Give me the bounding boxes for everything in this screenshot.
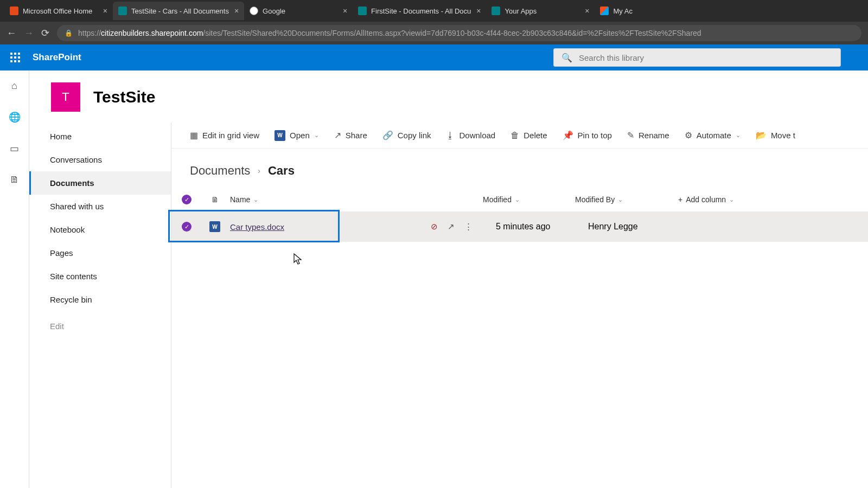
- global-nav-rail: ⌂ 🌐 ▭ 🗎: [0, 70, 29, 488]
- blocked-icon[interactable]: ⊘: [431, 222, 438, 232]
- site-nav: Home Conversations Documents Shared with…: [29, 123, 171, 488]
- add-column-header[interactable]: +Add column⌄: [678, 195, 868, 204]
- rename-icon: ✎: [627, 130, 634, 140]
- row-actions: ⊘ ↗ ⋮: [431, 222, 496, 232]
- close-icon[interactable]: ×: [103, 7, 107, 15]
- nav-item-site-contents[interactable]: Site contents: [29, 265, 171, 288]
- row-select-cell[interactable]: ✓: [171, 222, 202, 232]
- back-button[interactable]: ←: [7, 28, 16, 39]
- cmd-label: Move t: [771, 131, 795, 140]
- tab-label: Your Apps: [505, 7, 579, 15]
- table-row[interactable]: ✓ W Car types.docx ⊘ ↗ ⋮ 5 minutes ago H…: [171, 211, 868, 242]
- nav-item-documents[interactable]: Documents: [29, 171, 171, 195]
- nav-item-home[interactable]: Home: [29, 125, 171, 148]
- share-icon: ↗: [334, 130, 341, 140]
- browser-tab-overflow[interactable]: My Ac: [595, 7, 637, 15]
- check-circle-icon: ✓: [182, 222, 192, 232]
- modified-header[interactable]: Modified⌄: [483, 195, 575, 204]
- chevron-down-icon: ⌄: [314, 132, 319, 139]
- breadcrumb-root[interactable]: Documents: [190, 164, 250, 178]
- more-actions-icon[interactable]: ⋮: [464, 222, 473, 232]
- url-path: /sites/TestSite/Shared%20Documents/Forms…: [203, 29, 701, 37]
- modified-by-cell[interactable]: Henry Legge: [588, 222, 691, 232]
- nav-item-recycle-bin[interactable]: Recycle bin: [29, 288, 171, 311]
- app-name[interactable]: SharePoint: [33, 52, 81, 63]
- modified-by-header[interactable]: Modified By⌄: [575, 195, 678, 204]
- forward-button[interactable]: →: [24, 28, 34, 39]
- globe-icon[interactable]: 🌐: [9, 111, 21, 123]
- chevron-right-icon: ›: [258, 166, 260, 175]
- delete-icon: 🗑: [510, 131, 519, 140]
- select-all-cell[interactable]: ✓: [171, 195, 202, 204]
- close-icon[interactable]: ×: [234, 7, 239, 15]
- nav-item-conversations[interactable]: Conversations: [29, 148, 171, 171]
- close-icon[interactable]: ×: [585, 7, 589, 15]
- tab-favicon: [10, 7, 18, 15]
- cmd-label: Edit in grid view: [202, 131, 259, 140]
- cmd-delete[interactable]: 🗑Delete: [510, 131, 547, 140]
- name-header[interactable]: Name⌄: [228, 195, 418, 204]
- close-icon[interactable]: ×: [343, 7, 347, 15]
- news-icon[interactable]: ▭: [10, 143, 19, 155]
- flow-icon: ⚙: [685, 130, 692, 140]
- app-launcher-button[interactable]: [5, 48, 25, 67]
- move-icon: 📂: [756, 130, 767, 140]
- cmd-rename[interactable]: ✎Rename: [627, 130, 669, 140]
- nav-item-pages[interactable]: Pages: [29, 241, 171, 265]
- file-link[interactable]: Car types.docx: [230, 222, 284, 232]
- link-icon: 🔗: [382, 130, 393, 140]
- browser-tab-1[interactable]: TestSite - Cars - All Documents ×: [113, 2, 244, 20]
- type-header[interactable]: 🗎: [202, 195, 228, 204]
- header-label: Modified: [483, 195, 512, 204]
- chevron-down-icon: ⌄: [618, 196, 623, 203]
- close-icon[interactable]: ×: [476, 7, 481, 15]
- site-title[interactable]: TestSite: [93, 88, 155, 106]
- chevron-down-icon: ⌄: [515, 196, 520, 203]
- nav-item-shared[interactable]: Shared with us: [29, 195, 171, 218]
- list-header-row: ✓ 🗎 Name⌄ Modified⌄ Modified By⌄ +Add co…: [171, 188, 868, 211]
- header-label: Add column: [686, 195, 726, 204]
- grid-icon: ▦: [190, 130, 198, 140]
- modified-cell: 5 minutes ago: [496, 222, 588, 232]
- cmd-share[interactable]: ↗Share: [334, 130, 367, 140]
- browser-tab-2[interactable]: Google ×: [244, 2, 353, 20]
- command-bar: ▦Edit in grid view WOpen⌄ ↗Share 🔗Copy l…: [171, 123, 868, 149]
- cmd-copy-link[interactable]: 🔗Copy link: [382, 130, 431, 140]
- share-icon[interactable]: ↗: [448, 222, 455, 232]
- cmd-open[interactable]: WOpen⌄: [275, 130, 319, 141]
- nav-item-notebook[interactable]: Notebook: [29, 218, 171, 241]
- tab-favicon: [492, 7, 500, 15]
- browser-tab-3[interactable]: FirstSite - Documents - All Docu ×: [353, 2, 486, 20]
- content-area: T TestSite Home Conversations Documents …: [29, 70, 868, 488]
- search-icon: 🔍: [561, 53, 572, 63]
- chevron-down-icon: ⌄: [253, 196, 258, 203]
- cmd-download[interactable]: ⭳Download: [446, 131, 495, 140]
- tab-label: Google: [263, 7, 337, 15]
- reload-button[interactable]: ⟳: [41, 27, 49, 39]
- browser-tab-0[interactable]: Microsoft Office Home ×: [4, 2, 113, 20]
- cmd-edit-grid[interactable]: ▦Edit in grid view: [190, 130, 259, 140]
- file-name-cell: Car types.docx: [228, 222, 418, 232]
- cmd-automate[interactable]: ⚙Automate⌄: [685, 130, 741, 140]
- cmd-label: Automate: [697, 131, 731, 140]
- nav-edit-link[interactable]: Edit: [29, 314, 171, 338]
- browser-tab-4[interactable]: Your Apps ×: [486, 2, 595, 20]
- cmd-move[interactable]: 📂Move t: [756, 130, 795, 140]
- document-list: ✓ 🗎 Name⌄ Modified⌄ Modified By⌄ +Add co…: [171, 188, 868, 242]
- home-icon[interactable]: ⌂: [11, 80, 17, 92]
- site-header: T TestSite: [29, 70, 868, 117]
- tab-label: TestSite - Cars - All Documents: [131, 7, 229, 15]
- site-logo[interactable]: T: [51, 82, 80, 112]
- cmd-label: Pin to top: [578, 131, 612, 140]
- url-text-prefix: https://: [78, 29, 101, 37]
- files-icon[interactable]: 🗎: [10, 174, 20, 185]
- address-bar[interactable]: 🔒 https://citizenbuilders.sharepoint.com…: [57, 25, 861, 41]
- cmd-label: Copy link: [398, 131, 431, 140]
- cmd-pin[interactable]: 📌Pin to top: [563, 130, 612, 140]
- search-input[interactable]: [579, 53, 833, 62]
- tab-favicon: [250, 7, 258, 15]
- tab-label: Microsoft Office Home: [23, 7, 98, 15]
- url-host: citizenbuilders.sharepoint.com: [101, 29, 203, 37]
- tab-favicon: [118, 7, 127, 15]
- search-box[interactable]: 🔍: [553, 48, 841, 67]
